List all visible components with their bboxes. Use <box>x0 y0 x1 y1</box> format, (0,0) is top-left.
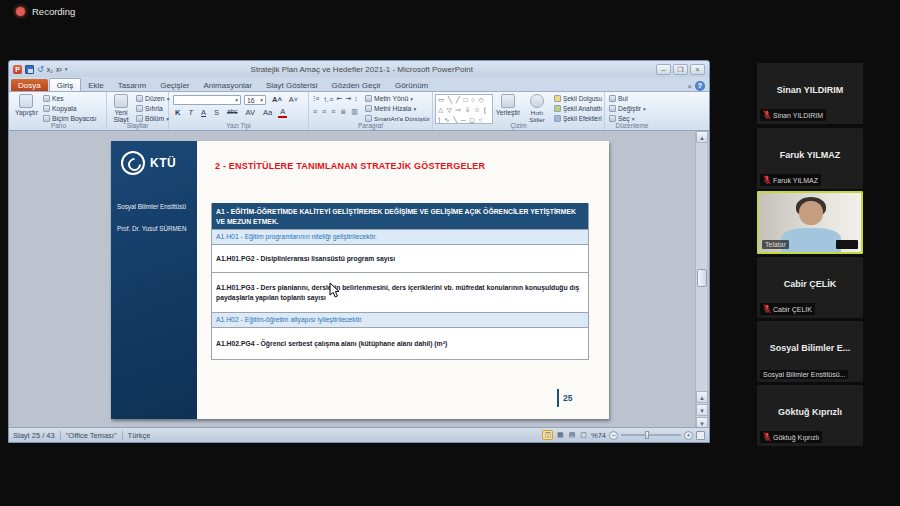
section-button[interactable]: Bölüm ▾ <box>136 115 169 122</box>
slide-title[interactable]: 2 - ENSTİTÜLERE TANIMLANAN STRATEJİK GÖS… <box>215 161 595 171</box>
table-row[interactable]: A1.H02.PG4 - Öğrenci serbest çalışma ala… <box>212 327 588 359</box>
align-right-icon[interactable]: ≡ <box>331 108 335 116</box>
select-button[interactable]: Seç ▾ <box>609 115 634 122</box>
indent-decrease-icon[interactable]: ⇤ <box>336 95 342 105</box>
zoom-in-icon[interactable]: + <box>684 431 693 440</box>
italic-button[interactable]: T <box>186 108 195 118</box>
table-row[interactable]: A1.H01 - Eğitim programlarının niteliği … <box>212 229 588 244</box>
shape-effects-button[interactable]: Şekil Efektleri <box>554 115 602 122</box>
reset-button[interactable]: Sıfırla <box>136 105 163 112</box>
slide-counter[interactable]: Slayt 25 / 43 <box>13 431 55 440</box>
help-icon[interactable]: ? <box>695 81 705 91</box>
table-row[interactable]: A1.H01.PG3 - Ders planlarını, derslerin … <box>212 272 588 312</box>
indent-increase-icon[interactable]: ⇥ <box>345 95 351 105</box>
tab-gorunum[interactable]: Görünüm <box>388 79 435 91</box>
title-bar[interactable]: P ↺ x₂ x² ▾ Stratejik Plan Amaç ve Hedef… <box>9 61 709 77</box>
list-buttons[interactable]: ⁝≡ ⒈≡ ⇤ ⇥ ↕ <box>313 95 358 105</box>
tab-gecisler[interactable]: Geçişler <box>153 79 196 91</box>
replace-button[interactable]: Değiştir ▾ <box>609 105 646 112</box>
zoom-slider[interactable] <box>621 434 681 436</box>
find-button[interactable]: Bul <box>609 95 628 102</box>
reading-view-icon[interactable]: ▤ <box>568 431 577 439</box>
save-icon[interactable] <box>25 65 34 74</box>
shrink-font-button[interactable]: A˅ <box>287 95 300 104</box>
font-color-button[interactable]: A <box>278 108 287 118</box>
alignment-buttons[interactable]: ≡ ≡ ≡ ≣ ▥ <box>313 108 358 116</box>
slideshow-view-icon[interactable]: ▢ <box>579 431 588 439</box>
shadow-button[interactable]: S <box>212 108 221 118</box>
copy-button[interactable]: Kopyala <box>43 105 77 112</box>
fit-to-window-icon[interactable] <box>696 431 705 440</box>
strikethrough-button[interactable]: abc <box>225 108 239 118</box>
language-indicator[interactable]: Türkçe <box>128 431 151 440</box>
participant-tile[interactable]: Sinan YILDIRIM Sinan YILDIRIM <box>757 63 863 124</box>
font-name-combo[interactable]: ▾ <box>173 95 241 105</box>
change-case-button[interactable]: Aa <box>261 108 274 118</box>
format-painter-button[interactable]: Biçim Boyacısı <box>43 115 97 122</box>
presenter-name[interactable]: Prof. Dr. Yusuf SÜRMEN <box>117 225 191 233</box>
text-direction-button[interactable]: Metin Yönü ▾ <box>365 95 413 102</box>
tab-dosya[interactable]: Dosya <box>11 79 48 91</box>
tab-slayt-gosterisi[interactable]: Slayt Gösterisi <box>259 79 325 91</box>
minimize-button[interactable]: – <box>656 64 671 75</box>
tab-ekle[interactable]: Ekle <box>81 79 111 91</box>
prev-slide-button[interactable]: ▲ <box>696 391 708 403</box>
character-spacing-button[interactable]: AV <box>244 108 257 118</box>
numbering-icon[interactable]: ⒈≡ <box>322 95 333 105</box>
grow-font-button[interactable]: A˄ <box>270 95 284 104</box>
tab-gozden-gecir[interactable]: Gözden Geçir <box>325 79 388 91</box>
document-close-icon[interactable]: × <box>687 82 692 91</box>
line-spacing-icon[interactable]: ↕ <box>354 95 358 105</box>
participant-tile[interactable]: Göktuğ Kıprızlı Göktuğ Kıprızlı <box>757 385 863 446</box>
paste-button[interactable]: Yapıştır <box>15 94 38 116</box>
strategy-header-row[interactable]: A1 - EĞİTİM-ÖĞRETİMDE KALİTEYİ GELİŞTİRE… <box>212 203 588 229</box>
next-slide-button[interactable]: ▼ <box>696 404 708 416</box>
arrange-button[interactable]: Yerleştir <box>495 94 521 116</box>
slide-canvas[interactable]: KTÜ Sosyal Bilimler Enstitüsü Prof. Dr. … <box>111 141 609 419</box>
bullets-icon[interactable]: ⁝≡ <box>313 95 319 105</box>
font-size-combo[interactable]: 16 ▾ <box>244 95 266 105</box>
normal-view-icon[interactable]: ◫ <box>542 430 553 440</box>
bold-button[interactable]: K <box>173 108 182 118</box>
shape-row[interactable]: △ ▽ ⇨ ⇩ ☆ ( <box>438 105 492 115</box>
convert-smartart-button[interactable]: SmartArt'a Dönüştür <box>365 115 430 122</box>
slide-sorter-view-icon[interactable]: ▦ <box>556 431 565 439</box>
institute-name[interactable]: Sosyal Bilimler Enstitüsü <box>117 203 191 211</box>
align-center-icon[interactable]: ≡ <box>322 108 326 116</box>
table-row[interactable]: A1.H01.PG2 - Disiplinlerarası lisansüstü… <box>212 244 588 272</box>
scrollbar-thumb[interactable] <box>697 269 707 287</box>
participant-tile[interactable]: Faruk YILMAZ Faruk YILMAZ <box>757 128 863 189</box>
theme-name[interactable]: "Office Teması" <box>66 431 117 440</box>
table-row[interactable]: A1.H02 - Eğitim-öğretim altyapısı iyileş… <box>212 312 588 327</box>
zoom-slider-thumb[interactable] <box>645 431 649 439</box>
undo-icon[interactable]: ↺ <box>37 65 44 74</box>
quick-access-toolbar[interactable]: P ↺ x₂ x² ▾ <box>13 65 68 74</box>
layout-button[interactable]: Düzen ▾ <box>136 95 169 102</box>
subscript-icon[interactable]: x₂ <box>47 66 53 73</box>
justify-icon[interactable]: ≣ <box>340 108 346 116</box>
participant-tile[interactable]: Cabir ÇELİK Cabir ÇELİK <box>757 257 863 318</box>
quick-styles-button[interactable]: Hızlı Stiller <box>523 94 551 123</box>
tab-animasyonlar[interactable]: Animasyonlar <box>197 79 259 91</box>
participant-video-tile[interactable]: Telatar <box>757 191 863 254</box>
participant-tile[interactable]: Sosyal Bilimler E... Sosyal Bilimler Ens… <box>757 321 863 382</box>
shapes-gallery[interactable]: ▭ ╲ ╱ □ ○ ◇ △ ▽ ⇨ ⇩ ☆ ( ) ∿ ╲ ─ ◻ ○ <box>435 94 493 124</box>
tab-tasarim[interactable]: Tasarım <box>111 79 153 91</box>
shape-row[interactable]: ▭ ╲ ╱ □ ○ ◇ <box>438 95 492 105</box>
align-left-icon[interactable]: ≡ <box>313 108 317 116</box>
shape-outline-button[interactable]: Şekil Anahattı <box>554 105 602 112</box>
superscript-icon[interactable]: x² <box>56 66 62 73</box>
align-text-button[interactable]: Metni Hizala ▾ <box>365 105 416 112</box>
close-button[interactable]: × <box>690 64 705 75</box>
cut-button[interactable]: Kes <box>43 95 64 102</box>
scroll-up-icon[interactable]: ▲ <box>696 131 708 143</box>
zoom-level[interactable]: %74 <box>591 431 606 440</box>
shape-fill-button[interactable]: Şekil Dolgusu <box>554 95 602 102</box>
zoom-out-icon[interactable]: − <box>609 431 618 440</box>
underline-button[interactable]: A <box>199 108 208 118</box>
tab-giris[interactable]: Giriş <box>49 78 81 91</box>
columns-icon[interactable]: ▥ <box>351 108 358 116</box>
new-slide-button[interactable]: Yeni Slayt <box>109 94 133 123</box>
indicator-table[interactable]: A1 - EĞİTİM-ÖĞRETİMDE KALİTEYİ GELİŞTİRE… <box>211 203 589 360</box>
restore-button[interactable]: ❐ <box>673 64 688 75</box>
